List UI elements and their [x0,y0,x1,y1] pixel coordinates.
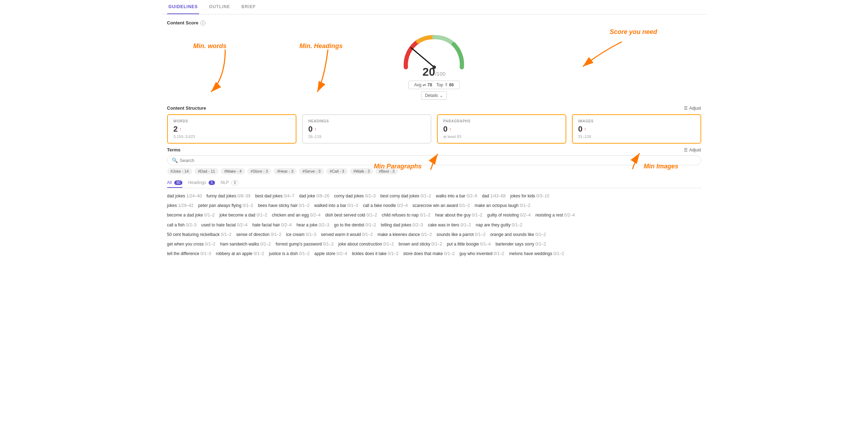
list-item: make an octopus laugh 0/1–2 [475,203,534,208]
list-item: dish best served cold 0/1–2 [325,213,382,218]
images-range: 31–126 [578,134,695,139]
list-item: tell the difference 0/1–3 [167,251,216,256]
search-input[interactable] [180,158,697,163]
list-item: joke become a dad 0/1–2 [220,213,272,218]
list-item: bees have sticky hair 0/1–2 [258,203,314,208]
tag-dad[interactable]: #Dad - 11 [194,168,219,174]
list-item: guilty of resisting 0/2–4 [487,213,535,218]
filter-tab-nlp[interactable]: NLP 0 [221,178,238,188]
list-item: dad joke 0/8–26 [299,194,334,198]
metrics-row: WORDS 2 ↑ 3,150–3,623 HEADINGS 0 ↑ 26–11… [167,114,701,144]
list-item: peter pan always flying 0/1–2 [198,203,258,208]
list-item: child refuses to nap 0/1–2 [382,213,435,218]
cs-header: Content Structure ☰ Adjust [167,105,701,111]
list-item: put a little boogie 0/1–4 [447,242,495,247]
list-item: melons have weddings 0/1–2 [509,251,567,256]
metric-card-paragraphs: PARAGRAPHS 0 ↑ at least 83 [437,114,566,144]
terms-section: Terms ☰ Adjust 🔍 #Joke - 14 #Dad - 11 #M… [161,144,707,258]
gauge-score-display: 20/100 [422,65,446,79]
list-item: call a fish 0/2–3 [167,223,202,227]
list-item: served warm it would 0/1–2 [321,232,378,237]
headings-value: 0 ↑ [308,125,425,134]
list-item: go to the dentist 0/1–2 [334,223,381,227]
search-icon: 🔍 [172,157,178,163]
images-up-arrow: ↑ [584,126,586,132]
svg-line-0 [411,48,434,67]
tag-joke[interactable]: #Joke - 14 [167,168,192,174]
tag-walk[interactable]: #Walk - 3 [350,168,373,174]
list-item: get when you cross 0/1–2 [167,242,220,247]
tag-call[interactable]: #Call - 3 [326,168,348,174]
list-item: become a dad joke 0/1–2 [167,213,220,218]
list-item: telling dad jokes 0/2–3 [381,223,428,227]
headings-range: 26–119 [308,134,425,139]
list-item: brown and sticky 0/1–2 [399,242,447,247]
list-item: jokes 1/29–42 [167,203,198,208]
info-icon[interactable]: i [200,21,205,25]
adjust-icon: ☰ [684,106,688,111]
tab-outline[interactable]: OUTLINE [208,0,231,14]
words-up-arrow: ↑ [179,126,182,132]
list-item: dad 1/43–68 [482,194,510,198]
list-item: 50 cent featuring nickelback 0/1–2 [167,232,236,237]
list-item: cake was in tiers 0/1–2 [428,223,476,227]
content-score-title: Content Score i [167,20,701,25]
tag-best[interactable]: #Best - 3 [375,168,398,174]
list-item: walks into a bar 0/2–6 [436,194,482,198]
list-item: chicken and an egg 0/2–4 [272,213,325,218]
list-item: best corny dad jokes 0/1–2 [380,194,436,198]
list-item: justice is a dish 0/1–2 [269,251,314,256]
filter-tab-all[interactable]: All 80 [167,178,183,188]
list-item: corny dad jokes 0/2–3 [334,194,380,198]
list-item: orange and sounds like 0/1–2 [490,232,549,237]
list-item: sounds like a parrot 0/1–2 [437,232,490,237]
list-item: bartender says sorry 0/1–2 [495,242,550,247]
tag-hear[interactable]: #Hear - 3 [273,168,297,174]
list-item: call a fake noodle 0/2–4 [363,203,413,208]
filter-tab-headings[interactable]: Headings 5 [188,178,215,188]
list-item: hear a joke 0/2–3 [296,223,334,227]
list-item: scarecrow win an award 0/1–2 [413,203,475,208]
adjust-terms-button[interactable]: ☰ Adjust [684,148,701,152]
tab-brief[interactable]: BRIEF [240,0,257,14]
list-item: resisting a rest 0/2–4 [535,213,578,218]
details-button[interactable]: Details ⌄ [421,91,447,100]
list-item: joke about construction 0/1–2 [338,242,398,247]
list-item: funny dad jokes 0/8–39 [206,194,255,198]
list-item: used to hate facial 0/2–4 [201,223,252,227]
list-item: sense of direction 0/1–2 [236,232,286,237]
gauge-container: 20/100 Avg ⇌ 78 Top ⇑ 86 Details ⌄ [395,32,473,100]
paragraphs-range: at least 83 [443,134,560,139]
list-item: guy who invented 0/1–2 [459,251,509,256]
tag-make[interactable]: #Make - 4 [221,168,245,174]
avg-label: Avg ⇌ 78 [414,82,432,87]
paragraphs-up-arrow: ↑ [449,126,452,132]
search-box[interactable]: 🔍 [167,155,701,165]
tab-guidelines[interactable]: GUIDELINES [167,0,199,14]
list-item: dad jokes 1/24–40 [167,194,206,198]
avg-top-box: Avg ⇌ 78 Top ⇑ 86 [408,81,460,89]
chevron-down-icon: ⌄ [439,93,443,98]
top-label: Top ⇑ 86 [436,82,454,87]
metric-card-words: WORDS 2 ↑ 3,150–3,623 [167,114,296,144]
headings-label: HEADINGS [308,119,425,123]
metric-card-headings: HEADINGS 0 ↑ 26–119 [302,114,431,144]
score-value: 20 [422,65,435,78]
filter-tabs: All 80 Headings 5 NLP 0 [167,178,701,188]
headings-badge: 5 [209,180,215,185]
paragraphs-value: 0 ↑ [443,125,560,134]
list-item: walked into a bar 0/1–3 [314,203,363,208]
images-label: IMAGES [578,119,695,123]
terms-title: Terms [167,147,181,152]
metric-card-images: IMAGES 0 ↑ 31–126 [572,114,701,144]
list-item: forrest gump's password 0/1–2 [276,242,338,247]
list-item: nap are they guilty 0/1–2 [476,223,526,227]
words-value: 2 ↑ [174,125,290,134]
content-score-section: Content Score i [161,15,707,101]
list-item: apple store 0/2–4 [314,251,352,256]
tag-store[interactable]: #Store - 3 [247,168,271,174]
adjust-structure-button[interactable]: ☰ Adjust [684,106,701,111]
paragraphs-label: PARAGRAPHS [443,119,560,123]
tag-serve[interactable]: #Serve - 3 [299,168,324,174]
content-structure-section: Content Structure ☰ Adjust WORDS 2 ↑ 3,1… [161,101,707,144]
